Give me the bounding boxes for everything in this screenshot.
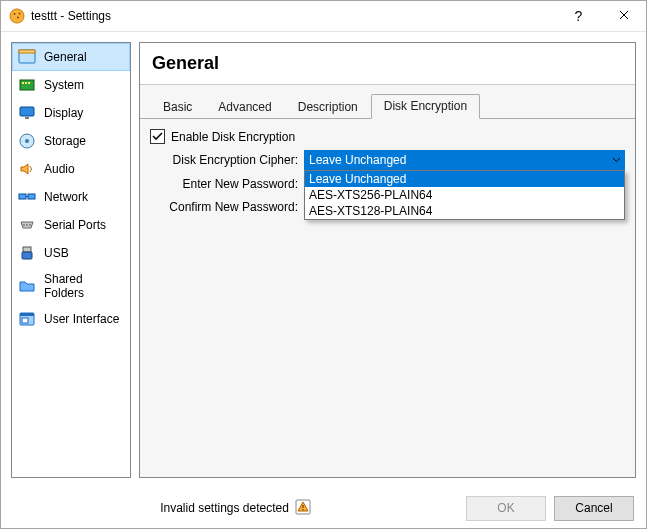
main-header: General (140, 43, 635, 85)
svg-point-3 (19, 13, 21, 15)
svg-rect-5 (19, 50, 35, 53)
ok-button[interactable]: OK (466, 496, 546, 521)
tab-disk-encryption[interactable]: Disk Encryption (371, 94, 480, 119)
sidebar-item-audio[interactable]: Audio (12, 155, 130, 183)
system-icon (18, 76, 36, 94)
cipher-combobox[interactable]: Leave Unchanged (304, 150, 625, 170)
sidebar-item-label: USB (44, 246, 69, 260)
category-sidebar: General System Display Storage (11, 42, 131, 478)
page-title: General (152, 53, 623, 74)
button-label: Cancel (575, 501, 612, 515)
status-text: Invalid settings detected (160, 501, 289, 515)
sidebar-item-label: Network (44, 190, 88, 204)
svg-rect-14 (19, 194, 26, 199)
close-button[interactable] (601, 1, 646, 31)
storage-icon (18, 132, 36, 150)
display-icon (18, 104, 36, 122)
cipher-dropdown-list: Leave Unchanged AES-XTS256-PLAIN64 AES-X… (304, 170, 625, 220)
svg-rect-26 (302, 505, 303, 508)
network-icon (18, 188, 36, 206)
titlebar: testtt - Settings ? (1, 1, 646, 32)
tab-label: Basic (163, 100, 192, 114)
sidebar-item-label: System (44, 78, 84, 92)
svg-rect-27 (302, 509, 303, 510)
svg-rect-11 (25, 117, 29, 119)
sidebar-item-shared-folders[interactable]: Shared Folders (12, 267, 130, 305)
tab-content: Enable Disk Encryption Disk Encryption C… (140, 119, 635, 477)
tab-bar: Basic Advanced Description Disk Encrypti… (140, 85, 635, 119)
svg-point-13 (25, 139, 29, 143)
window-title: testtt - Settings (31, 9, 111, 23)
sidebar-item-label: Display (44, 106, 83, 120)
settings-window: testtt - Settings ? General Sys (0, 0, 647, 529)
warning-icon (295, 499, 311, 518)
sidebar-item-usb[interactable]: USB (12, 239, 130, 267)
sidebar-item-storage[interactable]: Storage (12, 127, 130, 155)
sidebar-item-label: General (44, 50, 87, 64)
svg-rect-7 (22, 82, 24, 84)
enable-encryption-label: Enable Disk Encryption (171, 130, 295, 144)
user-interface-icon (18, 310, 36, 328)
cancel-button[interactable]: Cancel (554, 496, 634, 521)
cipher-selected-value: Leave Unchanged (309, 153, 406, 167)
usb-icon (18, 244, 36, 262)
svg-point-1 (14, 13, 16, 15)
svg-rect-9 (28, 82, 30, 84)
svg-point-0 (10, 9, 24, 23)
svg-rect-10 (20, 107, 34, 116)
sidebar-item-label: User Interface (44, 312, 119, 326)
cipher-option-leave-unchanged[interactable]: Leave Unchanged (305, 171, 624, 187)
sidebar-item-general[interactable]: General (12, 43, 130, 71)
check-icon (152, 131, 163, 142)
sidebar-item-display[interactable]: Display (12, 99, 130, 127)
svg-rect-21 (22, 252, 32, 259)
sidebar-item-network[interactable]: Network (12, 183, 130, 211)
confirm-password-label: Confirm New Password: (150, 200, 304, 214)
tab-label: Disk Encryption (384, 99, 467, 113)
chevron-down-icon (612, 153, 621, 167)
svg-rect-24 (22, 318, 28, 323)
tab-basic[interactable]: Basic (150, 95, 205, 119)
sidebar-item-user-interface[interactable]: User Interface (12, 305, 130, 333)
sidebar-item-serial-ports[interactable]: Serial Ports (12, 211, 130, 239)
svg-point-2 (17, 17, 19, 19)
new-password-label: Enter New Password: (150, 177, 304, 191)
audio-icon (18, 160, 36, 178)
sidebar-item-label: Storage (44, 134, 86, 148)
svg-rect-20 (23, 247, 31, 252)
option-label: AES-XTS128-PLAIN64 (309, 204, 432, 218)
svg-rect-15 (28, 194, 35, 199)
tab-description[interactable]: Description (285, 95, 371, 119)
cipher-option-aes-xts128[interactable]: AES-XTS128-PLAIN64 (305, 203, 624, 219)
general-icon (18, 48, 36, 66)
sidebar-item-label: Shared Folders (44, 272, 124, 300)
close-icon (619, 9, 629, 23)
sidebar-item-label: Serial Ports (44, 218, 106, 232)
svg-point-19 (29, 224, 31, 226)
dialog-footer: Invalid settings detected OK Cancel (1, 488, 646, 528)
serial-ports-icon (18, 216, 36, 234)
help-icon: ? (575, 8, 583, 24)
svg-rect-6 (20, 80, 34, 90)
cipher-label: Disk Encryption Cipher: (150, 153, 304, 167)
tab-advanced[interactable]: Advanced (205, 95, 284, 119)
tab-label: Advanced (218, 100, 271, 114)
app-icon (9, 8, 25, 24)
svg-rect-8 (25, 82, 27, 84)
svg-rect-23 (20, 313, 34, 316)
svg-point-18 (26, 224, 28, 226)
svg-point-17 (23, 224, 25, 226)
tab-label: Description (298, 100, 358, 114)
shared-folders-icon (18, 277, 36, 295)
cipher-option-aes-xts256[interactable]: AES-XTS256-PLAIN64 (305, 187, 624, 203)
button-label: OK (497, 501, 514, 515)
option-label: AES-XTS256-PLAIN64 (309, 188, 432, 202)
help-button[interactable]: ? (556, 1, 601, 31)
sidebar-item-system[interactable]: System (12, 71, 130, 99)
enable-encryption-checkbox[interactable] (150, 129, 165, 144)
option-label: Leave Unchanged (309, 172, 406, 186)
main-panel: General Basic Advanced Description Disk … (139, 42, 636, 478)
sidebar-item-label: Audio (44, 162, 75, 176)
